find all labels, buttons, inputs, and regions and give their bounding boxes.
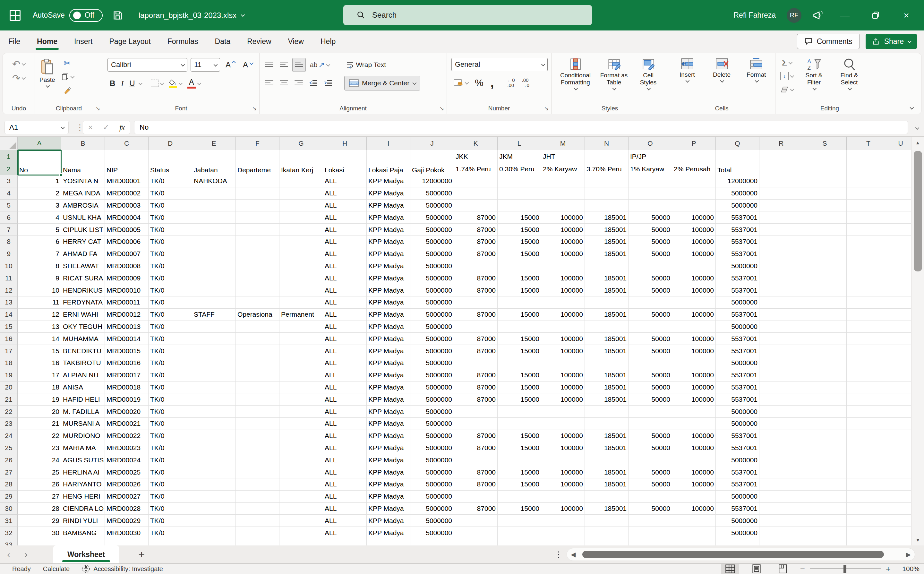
- cell-E27[interactable]: [192, 466, 236, 478]
- cell-M17[interactable]: 100000: [541, 345, 585, 357]
- cell-P19[interactable]: 100000: [672, 369, 716, 382]
- cell-B33[interactable]: [61, 539, 105, 546]
- cell-N28[interactable]: 185001: [585, 478, 629, 490]
- cell-G6[interactable]: [279, 211, 323, 224]
- cell-P30[interactable]: 100000: [672, 503, 716, 515]
- cell-L29[interactable]: [498, 490, 541, 503]
- cell-B11[interactable]: RICAT SURA: [61, 272, 105, 284]
- cell-H26[interactable]: ALL: [323, 454, 367, 466]
- cell-Q30[interactable]: 5537001: [716, 503, 759, 515]
- cell-D15[interactable]: TK/0: [148, 321, 192, 333]
- clipboard-dialog-launcher-icon[interactable]: ↘: [96, 105, 100, 112]
- cell-N17[interactable]: 185001: [585, 345, 629, 357]
- cell-B29[interactable]: HENG HERI: [61, 490, 105, 503]
- cell-E19[interactable]: [192, 369, 236, 382]
- cell-S6[interactable]: [803, 211, 847, 224]
- cell-M1[interactable]: JHT: [541, 150, 585, 163]
- cell-K32[interactable]: [454, 527, 498, 539]
- increase-indent-button[interactable]: [322, 76, 334, 90]
- cell-I12[interactable]: KPP Madya: [367, 284, 410, 296]
- cell-Q26[interactable]: 5000000: [716, 454, 759, 466]
- cell-Q7[interactable]: 5537001: [716, 224, 759, 236]
- cell-F16[interactable]: [236, 333, 279, 345]
- cell-J5[interactable]: 5000000: [410, 200, 454, 212]
- cell-A19[interactable]: 17: [17, 369, 61, 382]
- row-header-29[interactable]: 29: [0, 490, 17, 503]
- cell-J27[interactable]: 5000000: [410, 466, 454, 478]
- cell-T23[interactable]: [847, 418, 890, 430]
- column-header-U[interactable]: U: [890, 137, 911, 150]
- cell-R4[interactable]: [759, 188, 803, 200]
- cell-M23[interactable]: [541, 418, 585, 430]
- cell-H27[interactable]: ALL: [323, 466, 367, 478]
- cell-Q14[interactable]: 5537001: [716, 309, 759, 321]
- cell-T19[interactable]: [847, 369, 890, 382]
- cell-D8[interactable]: TK/0: [148, 236, 192, 248]
- cell-L5[interactable]: [498, 200, 541, 212]
- cell-I8[interactable]: KPP Madya: [367, 236, 410, 248]
- cell-Q32[interactable]: 5000000: [716, 527, 759, 539]
- cell-M20[interactable]: 100000: [541, 382, 585, 394]
- cell-S13[interactable]: [803, 296, 847, 309]
- cell-B25[interactable]: MARIA MA: [61, 442, 105, 454]
- cell-Q12[interactable]: 5537001: [716, 284, 759, 296]
- cell-F28[interactable]: [236, 478, 279, 490]
- row-header-15[interactable]: 15: [0, 321, 17, 333]
- cell-S27[interactable]: [803, 466, 847, 478]
- cell-E32[interactable]: [192, 527, 236, 539]
- cell-F8[interactable]: [236, 236, 279, 248]
- cell-J4[interactable]: 5000000: [410, 188, 454, 200]
- cell-L31[interactable]: [498, 515, 541, 527]
- cell-K6[interactable]: 87000: [454, 211, 498, 224]
- cell-E15[interactable]: [192, 321, 236, 333]
- cell-D29[interactable]: TK/0: [148, 490, 192, 503]
- cell-N29[interactable]: [585, 490, 629, 503]
- cell-K15[interactable]: [454, 321, 498, 333]
- wrap-text-button[interactable]: Wrap Text: [344, 58, 388, 72]
- cell-B8[interactable]: HERRY CAT: [61, 236, 105, 248]
- cell-I33[interactable]: [367, 539, 410, 546]
- cell-P6[interactable]: 100000: [672, 211, 716, 224]
- cell-C3[interactable]: MRD00001: [105, 175, 148, 188]
- borders-button[interactable]: [148, 76, 165, 90]
- column-header-S[interactable]: S: [803, 137, 847, 150]
- row-header-1[interactable]: 1: [0, 150, 17, 163]
- cell-P3[interactable]: [672, 175, 716, 188]
- cell-G10[interactable]: [279, 260, 323, 273]
- column-header-A[interactable]: A: [17, 137, 61, 150]
- cell-G1[interactable]: Ikatan Kerj: [279, 150, 323, 175]
- cell-R12[interactable]: [759, 284, 803, 296]
- cell-A16[interactable]: 14: [17, 333, 61, 345]
- cell-P8[interactable]: 100000: [672, 236, 716, 248]
- cell-C23[interactable]: MRD00021: [105, 418, 148, 430]
- cell-B19[interactable]: ALPIAN NU: [61, 369, 105, 382]
- cell-O27[interactable]: 50000: [629, 466, 672, 478]
- cell-O25[interactable]: 50000: [629, 442, 672, 454]
- cell-E12[interactable]: [192, 284, 236, 296]
- cell-P25[interactable]: 100000: [672, 442, 716, 454]
- cell-O14[interactable]: 50000: [629, 309, 672, 321]
- cell-U33[interactable]: [890, 539, 911, 546]
- cell-F9[interactable]: [236, 248, 279, 260]
- share-button[interactable]: Share: [866, 34, 917, 49]
- cell-M9[interactable]: 100000: [541, 248, 585, 260]
- cell-F18[interactable]: [236, 357, 279, 369]
- cell-R3[interactable]: [759, 175, 803, 188]
- cell-N24[interactable]: 185001: [585, 430, 629, 442]
- cell-B10[interactable]: SHELAWAT: [61, 260, 105, 273]
- cell-U12[interactable]: [890, 284, 911, 296]
- cell-N15[interactable]: [585, 321, 629, 333]
- cell-G25[interactable]: [279, 442, 323, 454]
- scroll-down-icon[interactable]: ▼: [911, 534, 924, 546]
- normal-view-button[interactable]: [721, 564, 739, 574]
- cell-M13[interactable]: [541, 296, 585, 309]
- cell-G11[interactable]: [279, 272, 323, 284]
- name-box[interactable]: A1: [5, 121, 69, 134]
- cell-M6[interactable]: 100000: [541, 211, 585, 224]
- status-accessibility[interactable]: Accessibility: Investigate: [82, 565, 163, 573]
- cell-K17[interactable]: 87000: [454, 345, 498, 357]
- cell-I6[interactable]: KPP Madya: [367, 211, 410, 224]
- status-calculate[interactable]: Calculate: [43, 565, 69, 573]
- cell-T16[interactable]: [847, 333, 890, 345]
- cell-T5[interactable]: [847, 200, 890, 212]
